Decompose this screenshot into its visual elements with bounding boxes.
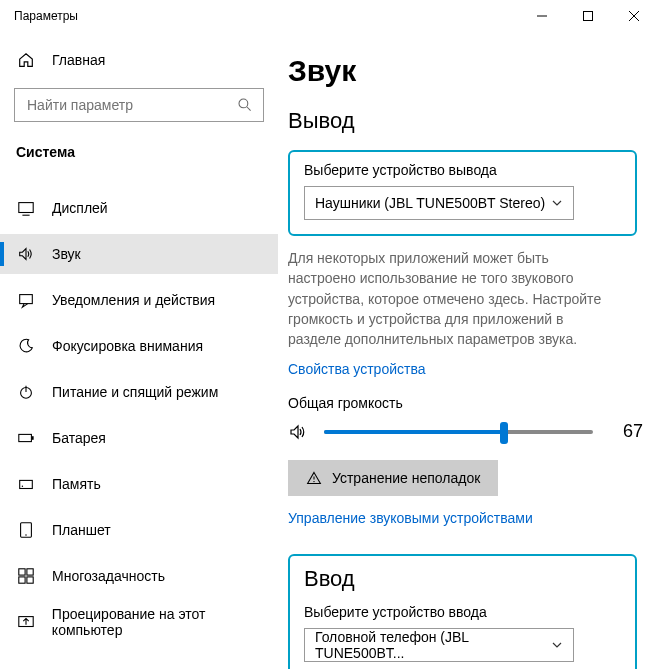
search-field[interactable] <box>25 96 229 114</box>
sidebar-item-label: Дисплей <box>52 200 108 216</box>
manage-devices-link[interactable]: Управление звуковыми устройствами <box>288 510 533 526</box>
content-pane: Звук Вывод Выберите устройство вывода На… <box>278 32 657 669</box>
section-input-title: Ввод <box>304 566 621 592</box>
chevron-down-icon <box>551 639 563 651</box>
sidebar-item-label: Многозадачность <box>52 568 165 584</box>
input-device-selected: Головной телефон (JBL TUNE500BT... <box>315 629 551 661</box>
svg-rect-1 <box>584 12 593 21</box>
sidebar-group-header: Система <box>0 136 278 166</box>
output-device-highlight: Выберите устройство вывода Наушники (JBL… <box>288 150 637 236</box>
sidebar-home-label: Главная <box>52 52 105 68</box>
sidebar: Главная Система Дисплей Звук <box>0 32 278 669</box>
moon-icon <box>16 337 36 355</box>
svg-rect-13 <box>20 480 33 488</box>
volume-icon[interactable] <box>288 422 310 442</box>
sidebar-item-label: Планшет <box>52 522 111 538</box>
sidebar-item-notifications[interactable]: Уведомления и действия <box>0 280 278 320</box>
search-input[interactable] <box>14 88 264 122</box>
svg-rect-18 <box>27 569 33 575</box>
sidebar-home[interactable]: Главная <box>0 40 278 80</box>
battery-icon <box>16 429 36 447</box>
close-button[interactable] <box>611 0 657 32</box>
svg-line-5 <box>247 107 251 111</box>
svg-point-23 <box>313 481 314 482</box>
sidebar-item-label: Проецирование на этот компьютер <box>52 606 278 638</box>
output-device-dropdown[interactable]: Наушники (JBL TUNE500BT Stereo) <box>304 186 574 220</box>
sidebar-item-label: Память <box>52 476 101 492</box>
input-device-dropdown[interactable]: Головной телефон (JBL TUNE500BT... <box>304 628 574 662</box>
output-device-selected: Наушники (JBL TUNE500BT Stereo) <box>315 195 545 211</box>
svg-rect-12 <box>32 436 34 440</box>
sidebar-item-power[interactable]: Питание и спящий режим <box>0 372 278 412</box>
master-volume-label: Общая громкость <box>288 395 637 411</box>
sidebar-item-label: Фокусировка внимания <box>52 338 203 354</box>
power-icon <box>16 383 36 401</box>
svg-point-16 <box>25 534 26 535</box>
sidebar-item-multitask[interactable]: Многозадачность <box>0 556 278 596</box>
maximize-button[interactable] <box>565 0 611 32</box>
sidebar-item-storage[interactable]: Память <box>0 464 278 504</box>
sidebar-item-label: Уведомления и действия <box>52 292 215 308</box>
project-icon <box>16 613 36 631</box>
svg-rect-11 <box>19 434 32 441</box>
input-device-highlight: Ввод Выберите устройство ввода Головной … <box>288 554 637 669</box>
multitask-icon <box>16 567 36 585</box>
svg-rect-6 <box>19 203 33 213</box>
search-icon <box>237 97 253 113</box>
display-icon <box>16 199 36 217</box>
volume-thumb[interactable] <box>500 422 508 444</box>
chevron-down-icon <box>551 197 563 209</box>
page-title: Звук <box>288 54 637 88</box>
notification-icon <box>16 291 36 309</box>
sidebar-item-focus[interactable]: Фокусировка внимания <box>0 326 278 366</box>
sidebar-item-project[interactable]: Проецирование на этот компьютер <box>0 602 278 642</box>
svg-point-14 <box>22 486 23 487</box>
master-volume-row: 67 <box>288 421 637 442</box>
sidebar-item-label: Звук <box>52 246 81 262</box>
svg-point-4 <box>239 99 248 108</box>
svg-rect-20 <box>27 577 33 583</box>
sidebar-item-tablet[interactable]: Планшет <box>0 510 278 550</box>
sidebar-item-battery[interactable]: Батарея <box>0 418 278 458</box>
storage-icon <box>16 475 36 493</box>
window-title: Параметры <box>14 9 78 23</box>
volume-slider[interactable] <box>324 430 593 434</box>
device-properties-link[interactable]: Свойства устройства <box>288 361 426 377</box>
troubleshoot-button[interactable]: Устранение неполадок <box>288 460 498 496</box>
sound-icon <box>16 245 36 263</box>
input-device-label: Выберите устройство ввода <box>304 604 621 620</box>
sidebar-item-display[interactable]: Дисплей <box>0 188 278 228</box>
window-titlebar: Параметры <box>0 0 657 32</box>
section-output-title: Вывод <box>288 108 637 134</box>
sidebar-item-label: Питание и спящий режим <box>52 384 218 400</box>
sidebar-item-label: Батарея <box>52 430 106 446</box>
minimize-button[interactable] <box>519 0 565 32</box>
sidebar-item-sound[interactable]: Звук <box>0 234 278 274</box>
svg-rect-17 <box>19 569 25 575</box>
volume-value: 67 <box>613 421 643 442</box>
output-device-label: Выберите устройство вывода <box>304 162 621 178</box>
svg-rect-8 <box>20 295 33 304</box>
troubleshoot-label: Устранение неполадок <box>332 470 480 486</box>
home-icon <box>16 51 36 69</box>
svg-rect-19 <box>19 577 25 583</box>
output-hint-text: Для некоторых приложений может быть наст… <box>288 248 618 349</box>
warning-icon <box>306 470 322 486</box>
tablet-icon <box>16 521 36 539</box>
